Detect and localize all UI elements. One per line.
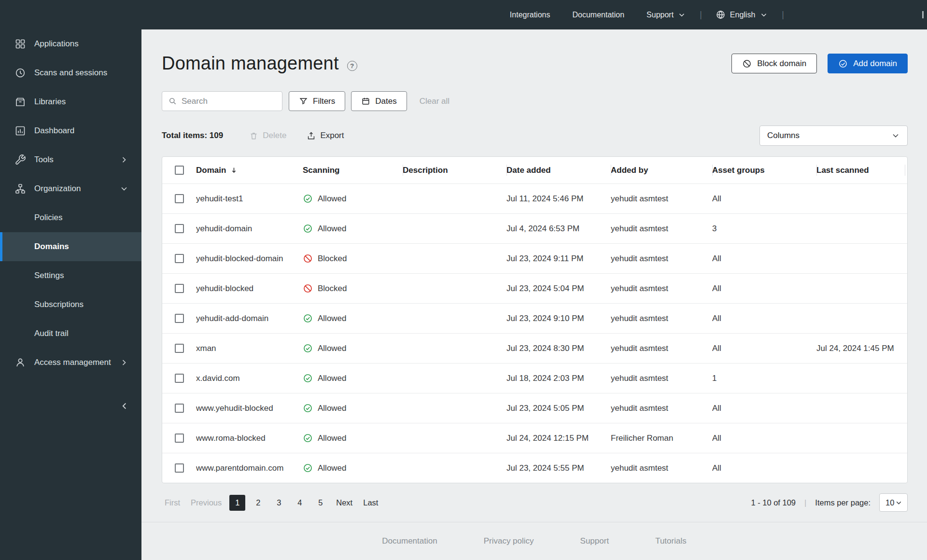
pagination-previous[interactable]: Previous xyxy=(188,498,225,507)
search-input[interactable] xyxy=(182,97,276,106)
column-header-last-scanned[interactable]: Last scanned xyxy=(816,157,907,183)
chevron-down-icon xyxy=(677,11,686,19)
footer-link-tutorials[interactable]: Tutorials xyxy=(655,536,687,546)
sidebar-item-audit-trail[interactable]: Audit trail xyxy=(0,319,141,348)
table-row[interactable]: yehudit-test1 Allowed Jul 11, 2024 5:46 … xyxy=(162,183,907,213)
table-row[interactable]: www.yehudit-blocked Allowed Jul 23, 2024… xyxy=(162,393,907,423)
pagination-last[interactable]: Last xyxy=(360,498,381,507)
sidebar-item-label: Scans and sessions xyxy=(34,68,129,78)
column-header-domain[interactable]: Domain xyxy=(196,157,303,183)
pagination-first[interactable]: First xyxy=(162,498,183,507)
topbar-divider: | xyxy=(782,10,784,20)
export-button[interactable]: Export xyxy=(307,131,344,140)
table-row[interactable]: x.david.com Allowed Jul 18, 2024 2:03 PM… xyxy=(162,363,907,393)
scanning-cell: Blocked xyxy=(303,253,403,264)
column-header-added-by[interactable]: Added by xyxy=(611,157,712,183)
date-added-cell: Jul 23, 2024 9:11 PM xyxy=(506,254,611,264)
row-checkbox[interactable] xyxy=(175,344,184,353)
row-checkbox[interactable] xyxy=(175,374,184,383)
column-header-date-added[interactable]: Date added xyxy=(506,157,611,183)
filter-icon xyxy=(299,97,308,106)
sidebar-item-applications[interactable]: Applications xyxy=(0,29,141,58)
dates-button[interactable]: Dates xyxy=(351,91,407,111)
sidebar-item-domains[interactable]: Domains xyxy=(0,232,141,261)
table-row[interactable]: yehudit-add-domain Allowed Jul 23, 2024 … xyxy=(162,303,907,333)
added-by-cell: Freilicher Roman xyxy=(611,434,712,443)
topbar-item-support[interactable]: Support xyxy=(646,11,686,19)
footer-link-privacy-policy[interactable]: Privacy policy xyxy=(484,536,534,546)
add-domain-button[interactable]: Add domain xyxy=(828,54,908,73)
column-header-asset-groups[interactable]: Asset groups xyxy=(712,157,816,183)
columns-dropdown[interactable]: Columns xyxy=(759,126,908,146)
row-checkbox[interactable] xyxy=(175,463,184,473)
domain-cell: www.parentdomain.com xyxy=(196,463,303,473)
asset-groups-cell: All xyxy=(712,194,816,204)
scanning-cell: Allowed xyxy=(303,433,403,443)
added-by-cell: yehudit asmtest xyxy=(611,374,712,383)
table-row[interactable]: www.parentdomain.com Allowed Jul 23, 202… xyxy=(162,453,907,483)
table-row[interactable]: yehudit-domain Allowed Jul 4, 2024 6:53 … xyxy=(162,213,907,243)
filters-button[interactable]: Filters xyxy=(289,91,345,111)
sidebar-item-tools[interactable]: Tools xyxy=(0,145,141,174)
sidebar-item-subscriptions[interactable]: Subscriptions xyxy=(0,290,141,319)
footer-link-documentation[interactable]: Documentation xyxy=(382,536,437,546)
row-checkbox[interactable] xyxy=(175,434,184,443)
topbar-item-documentation[interactable]: Documentation xyxy=(572,11,624,19)
sidebar-item-policies[interactable]: Policies xyxy=(0,203,141,232)
sidebar-collapse-button[interactable] xyxy=(116,398,133,414)
table-row[interactable]: yehudit-blocked-domain Blocked Jul 23, 2… xyxy=(162,243,907,273)
sidebar-item-access-management[interactable]: Access management xyxy=(0,348,141,377)
clear-all-button[interactable]: Clear all xyxy=(420,97,449,106)
sort-descending-icon[interactable] xyxy=(230,166,238,174)
select-all-checkbox[interactable] xyxy=(175,166,184,175)
column-header-scanning[interactable]: Scanning xyxy=(303,157,403,183)
asset-groups-cell: All xyxy=(712,434,816,443)
row-checkbox[interactable] xyxy=(175,284,184,293)
topbar-item-integrations[interactable]: Integrations xyxy=(510,11,550,19)
last-scanned-cell: Jul 24, 2024 1:45 PM xyxy=(816,344,907,353)
pagination-page-5[interactable]: 5 xyxy=(312,495,328,511)
row-checkbox[interactable] xyxy=(175,314,184,323)
pagination-page-3[interactable]: 3 xyxy=(271,495,287,511)
domain-cell: www.yehudit-blocked xyxy=(196,404,303,413)
block-domain-button[interactable]: Block domain xyxy=(731,54,817,73)
table-row[interactable]: xman Allowed Jul 23, 2024 8:30 PM yehudi… xyxy=(162,333,907,363)
footer: Documentation Privacy policy Support Tut… xyxy=(141,522,927,560)
sidebar-item-libraries[interactable]: Libraries xyxy=(0,87,141,116)
asset-groups-cell: All xyxy=(712,314,816,323)
allowed-icon xyxy=(303,403,313,413)
sidebar-item-settings[interactable]: Settings xyxy=(0,261,141,290)
domain-cell: yehudit-test1 xyxy=(196,194,303,204)
allowed-icon xyxy=(303,194,313,204)
table-row[interactable]: www.roma-blocked Allowed Jul 24, 2024 12… xyxy=(162,423,907,453)
row-checkbox[interactable] xyxy=(175,224,184,233)
row-checkbox[interactable] xyxy=(175,404,184,413)
chevron-down-icon xyxy=(759,11,768,19)
asset-groups-cell: All xyxy=(712,404,816,413)
row-checkbox[interactable] xyxy=(175,254,184,263)
sidebar-item-dashboard[interactable]: Dashboard xyxy=(0,116,141,145)
pagination-next[interactable]: Next xyxy=(333,498,355,507)
sidebar-item-label: Tools xyxy=(34,155,119,165)
delete-button[interactable]: Delete xyxy=(249,131,286,140)
sidebar-item-label: Libraries xyxy=(34,97,129,107)
pagination-page-1[interactable]: 1 xyxy=(229,495,245,511)
table-row[interactable]: yehudit-blocked Blocked Jul 23, 2024 5:0… xyxy=(162,273,907,303)
sidebar-item-organization[interactable]: Organization xyxy=(0,174,141,203)
sidebar-item-scans-and-sessions[interactable]: Scans and sessions xyxy=(0,58,141,87)
scanning-cell: Allowed xyxy=(303,224,403,234)
table-header: Domain Scanning Description Date added A… xyxy=(162,157,907,183)
scanning-cell: Allowed xyxy=(303,403,403,413)
pagination-page-2[interactable]: 2 xyxy=(250,495,266,511)
chevron-right-icon xyxy=(119,358,129,367)
row-checkbox[interactable] xyxy=(175,194,184,203)
globe-icon xyxy=(716,10,726,20)
language-selector[interactable]: English xyxy=(716,10,768,20)
items-per-page-dropdown[interactable]: 10 xyxy=(879,493,908,512)
pagination-page-4[interactable]: 4 xyxy=(292,495,308,511)
sidebar-item-label: Subscriptions xyxy=(34,300,129,309)
footer-link-support[interactable]: Support xyxy=(580,536,609,546)
date-added-cell: Jul 11, 2024 5:46 PM xyxy=(506,194,611,204)
column-header-description[interactable]: Description xyxy=(403,157,506,183)
help-icon[interactable]: ? xyxy=(347,61,357,71)
